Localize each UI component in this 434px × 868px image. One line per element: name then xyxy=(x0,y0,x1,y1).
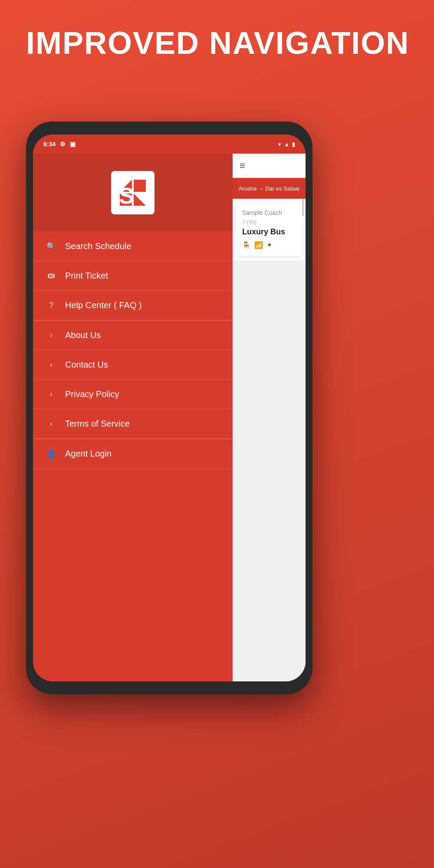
search-icon: 🔍 xyxy=(46,242,56,251)
scroll-indicator xyxy=(302,199,304,216)
chevron-right-icon-contact: › xyxy=(46,360,56,369)
main-panel: ≡ Arusha → Dar es Salaam Sample Coach TY… xyxy=(233,154,306,681)
coach-type-label: TYPE xyxy=(242,220,296,226)
nav-item-terms[interactable]: › Terms of Service xyxy=(33,409,233,439)
nav-label-terms: Terms of Service xyxy=(65,419,130,429)
nav-item-agent-login[interactable]: 👤 Agent Login xyxy=(33,439,233,469)
app-toolbar: ≡ xyxy=(233,154,306,178)
chevron-right-icon-privacy: › xyxy=(46,390,56,399)
status-right: ▾ ▲ ▮ xyxy=(278,141,295,148)
notification-icon: ▣ xyxy=(70,141,76,148)
nav-label-search: Search Schedule xyxy=(65,241,131,251)
nav-item-search-schedule[interactable]: 🔍 Search Schedule xyxy=(33,232,233,261)
logo-svg: S xyxy=(115,175,150,210)
nav-item-privacy-policy[interactable]: › Privacy Policy xyxy=(33,380,233,409)
battery-icon: ▮ xyxy=(292,141,295,148)
star-icon: ✦ xyxy=(266,241,272,249)
wifi-icon: ▾ xyxy=(278,141,281,148)
page-headline: IMPROVED NAVIGATION xyxy=(26,26,409,60)
time-display: 6:34 xyxy=(43,141,56,148)
user-icon: 👤 xyxy=(46,449,56,459)
svg-text:S: S xyxy=(119,183,134,208)
status-bar: 6:34 ⚙ ▣ ▾ ▲ ▮ xyxy=(33,135,306,154)
seat-icon: 🪑 xyxy=(242,241,251,249)
svg-rect-1 xyxy=(134,180,146,192)
coach-card: Sample Coach TYPE Luxury Bus 🪑 📶 ✦ xyxy=(236,203,302,256)
help-icon: ? xyxy=(46,301,56,310)
route-text: Arusha → Dar es Salaam xyxy=(239,185,299,192)
nav-item-contact-us[interactable]: › Contact Us xyxy=(33,350,233,380)
nav-label-contact: Contact Us xyxy=(65,360,108,370)
coach-amenity-icons: 🪑 📶 ✦ xyxy=(242,241,296,249)
nav-item-help-center[interactable]: ? Help Center ( FAQ ) xyxy=(33,291,233,320)
chevron-right-icon-about: › xyxy=(46,331,56,340)
nav-label-agent: Agent Login xyxy=(65,449,112,459)
coach-name: Sample Coach xyxy=(242,209,296,216)
sidebar-drawer: S 🔍 Search Schedule 🎟 Print Ticket ? Hel… xyxy=(33,154,233,681)
main-content-area xyxy=(233,260,306,681)
route-bar: Arusha → Dar es Salaam xyxy=(233,178,306,199)
app-logo: S xyxy=(111,171,155,214)
nav-label-help: Help Center ( FAQ ) xyxy=(65,300,142,310)
phone-shell: 6:34 ⚙ ▣ ▾ ▲ ▮ xyxy=(26,122,312,694)
ticket-icon: 🎟 xyxy=(46,271,56,280)
settings-icon: ⚙ xyxy=(60,141,66,148)
logo-area: S xyxy=(33,154,233,232)
nav-label-print: Print Ticket xyxy=(65,271,108,281)
status-left: 6:34 ⚙ ▣ xyxy=(43,141,76,148)
chevron-right-icon-terms: › xyxy=(46,419,56,428)
nav-label-privacy: Privacy Policy xyxy=(65,389,119,399)
hamburger-menu-icon[interactable]: ≡ xyxy=(240,160,245,171)
phone-screen: 6:34 ⚙ ▣ ▾ ▲ ▮ xyxy=(33,135,306,681)
wifi-amenity-icon: 📶 xyxy=(254,241,263,249)
nav-label-about: About Us xyxy=(65,330,101,340)
nav-item-print-ticket[interactable]: 🎟 Print Ticket xyxy=(33,261,233,291)
signal-icon: ▲ xyxy=(284,141,289,148)
coach-type-value: Luxury Bus xyxy=(242,227,296,237)
nav-item-about-us[interactable]: › About Us xyxy=(33,321,233,350)
